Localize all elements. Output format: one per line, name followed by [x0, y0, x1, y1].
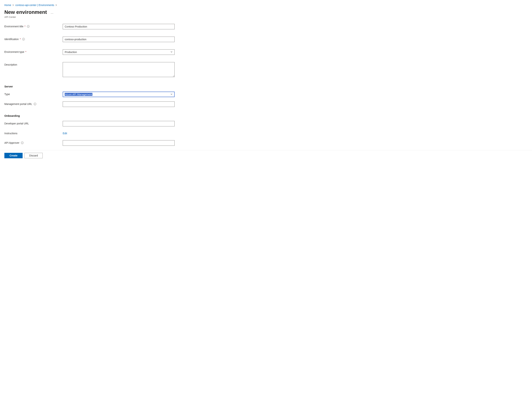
developer-portal-url-label: Developer portal URL — [4, 121, 63, 125]
identification-label: Identification * i — [4, 36, 63, 41]
discard-button[interactable]: Discard — [24, 153, 43, 158]
onboarding-section-heading: Onboarding — [4, 114, 179, 117]
identification-input[interactable] — [63, 36, 175, 42]
instructions-edit-link[interactable]: Edit — [63, 132, 67, 135]
page-title: New environment — [4, 9, 47, 15]
info-icon[interactable]: i — [27, 25, 30, 28]
developer-portal-url-input[interactable] — [63, 121, 175, 126]
server-section-heading: Server — [4, 85, 179, 88]
chevron-down-icon — [170, 93, 173, 96]
required-indicator: * — [25, 51, 26, 53]
page-subtitle: API Center — [4, 16, 528, 18]
environment-title-input[interactable] — [63, 24, 175, 29]
info-icon[interactable]: i — [21, 142, 23, 144]
management-portal-url-input[interactable] — [63, 102, 175, 107]
create-button[interactable]: Create — [4, 153, 22, 158]
server-type-label: Type — [4, 92, 63, 96]
api-approver-label: API Approver i — [4, 140, 63, 144]
required-indicator: * — [24, 25, 25, 28]
info-icon[interactable]: i — [34, 103, 36, 105]
environment-title-label: Environment title * i — [4, 24, 63, 28]
breadcrumb: Home contoso-api-center | Environments — [4, 4, 528, 7]
breadcrumb-separator — [13, 4, 14, 7]
footer-action-bar: Create Discard — [0, 150, 532, 162]
more-actions-button[interactable]: … — [51, 10, 54, 14]
environment-type-label: Environment type * — [4, 49, 63, 53]
breadcrumb-home[interactable]: Home — [4, 4, 11, 7]
instructions-label: Instructions — [4, 131, 63, 135]
required-indicator: * — [20, 38, 21, 41]
description-textarea[interactable] — [63, 62, 175, 77]
description-label: Description — [4, 62, 63, 66]
server-type-select[interactable]: Azure API Management — [63, 92, 175, 97]
info-icon[interactable]: i — [22, 38, 25, 40]
chevron-down-icon — [170, 51, 173, 54]
management-portal-url-label: Management portal URL i — [4, 102, 63, 105]
api-approver-input[interactable] — [63, 140, 175, 146]
breadcrumb-separator — [56, 4, 57, 7]
breadcrumb-resource[interactable]: contoso-api-center | Environments — [15, 4, 54, 7]
environment-type-select[interactable]: Production — [63, 49, 175, 55]
